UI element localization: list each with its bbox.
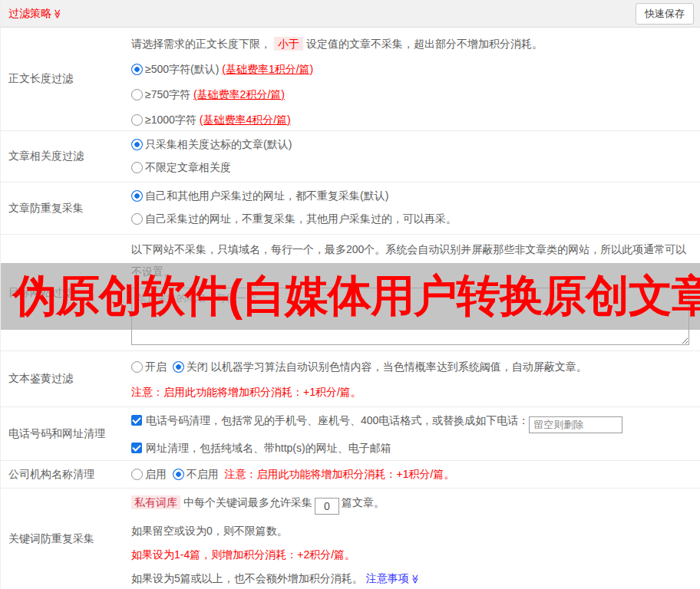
radio-icon[interactable] (131, 89, 143, 100)
phone-cleanup-option[interactable]: 电话号码清理，包括常见的手机号、座机号、400电话格式，或替换成如下电话： (131, 413, 692, 433)
notes-link[interactable]: 注意事项 (366, 572, 409, 584)
url-cleanup-option[interactable]: 网址清理，包括纯域名、带http(s)的网址、电子邮箱 (131, 440, 692, 456)
length-intro: 请选择需求的正文长度下限，小于设定值的文章不采集，超出部分不增加积分消耗。 (131, 36, 692, 51)
porn-option-on[interactable]: 开启 (131, 360, 167, 373)
section-label: 电话号码和网址清理 (1, 407, 131, 460)
length-option-1000-label: ≥1000字符 (145, 114, 196, 126)
radio-icon[interactable] (131, 213, 143, 225)
length-option-500[interactable]: ≥500字符(默认) (基础费率1积分/篇) (131, 61, 692, 77)
private-lexicon-badge: 私有词库 (131, 495, 180, 509)
dedupe-option-global[interactable]: 自己和其他用户采集过的网址，都不重复采集(默认) (131, 188, 692, 203)
radio-icon[interactable] (173, 361, 184, 373)
section-phone-url-cleanup: 电话号码和网址清理 电话号码清理，包括常见的手机号、座机号、400电话格式，或替… (1, 407, 700, 461)
top-bar: 过滤策略 ≫ 快速保存 (1, 0, 700, 28)
porn-option-off[interactable]: 关闭 (173, 360, 208, 373)
keyword-limit-text: 中每个关键词最多允许采集 (183, 496, 312, 508)
blocked-domains-textarea[interactable] (131, 288, 689, 345)
keyword-limit-suffix: 篇文章。 (342, 496, 385, 508)
length-intro-highlight: 小于 (274, 37, 303, 51)
section-label: 文章防重复采集 (1, 183, 131, 234)
keyword-limit-line: 私有词库中每个关键词最多允许采集篇文章。 (131, 495, 692, 515)
keyword-note-five-text: 如果设为5篇或以上，也不会额外增加积分消耗。 (131, 572, 363, 584)
company-option-on-label: 启用 (145, 468, 167, 480)
keyword-note-cost: 如果设为1-4篇，则增加积分消耗：+2积分/篇。 (131, 547, 692, 562)
relevance-option-any-label: 不限定文章相关度 (145, 161, 231, 173)
section-content: 开启 关闭 以机器学习算法自动识别色情内容，当色情概率达到系统阈值，自动屏蔽文章… (131, 351, 700, 406)
keyword-note-five: 如果设为5篇或以上，也不会额外增加积分消耗。 注意事项≫ (131, 571, 692, 587)
section-label: 目标网站过滤 (1, 235, 131, 350)
relevance-option-strict[interactable]: 只采集相关度达标的文章(默认) (131, 137, 692, 152)
page-title[interactable]: 过滤策略 (8, 7, 51, 21)
company-option-off-label: 不启用 (187, 468, 219, 480)
company-option-on[interactable]: 启用 (131, 468, 167, 482)
length-option-1000-fee: (基础费率4积分/篇) (200, 114, 291, 126)
section-label: 文章相关度过滤 (1, 131, 131, 182)
checkbox-icon[interactable] (131, 415, 142, 426)
radio-icon[interactable] (131, 190, 143, 202)
length-option-750[interactable]: ≥750字符 (基础费率2积分/篇) (131, 87, 692, 102)
dedupe-option-self-label: 自己采集过的网址，不重复采集，其他用户采集过的，可以再采。 (145, 212, 457, 225)
radio-icon[interactable] (131, 162, 143, 173)
collapse-chevron-icon[interactable]: ≫ (52, 8, 63, 18)
section-content: 请选择需求的正文长度下限，小于设定值的文章不采集，超出部分不增加积分消耗。 ≥5… (131, 28, 700, 130)
porn-option-off-label: 关闭 (187, 360, 208, 373)
dedupe-option-self[interactable]: 自己采集过的网址，不重复采集，其他用户采集过的，可以再采。 (131, 211, 692, 226)
section-content: 私有词库中每个关键词最多允许采集篇文章。 如果留空或设为0，则不限篇数。 如果设… (131, 489, 700, 589)
filter-strategy-page: 过滤策略 ≫ 快速保存 正文长度过滤 请选择需求的正文长度下限，小于设定值的文章… (0, 0, 700, 589)
section-label: 关键词防重复采集 (1, 489, 131, 589)
keyword-note-zero: 如果留空或设为0，则不限篇数。 (131, 523, 692, 538)
porn-filter-options: 开启 关闭 以机器学习算法自动识别色情内容，当色情概率达到系统阈值，自动屏蔽文章… (131, 359, 692, 374)
url-cleanup-label: 网址清理，包括纯域名、带http(s)的网址、电子邮箱 (146, 442, 391, 454)
porn-filter-desc: 以机器学习算法自动识别色情内容，当色情概率达到系统阈值，自动屏蔽文章。 (211, 360, 587, 373)
radio-icon[interactable] (131, 64, 143, 75)
porn-filter-note: 注意：启用此功能将增加积分消耗：+1积分/篇。 (131, 384, 692, 400)
section-label: 正文长度过滤 (1, 28, 131, 130)
length-option-1000[interactable]: ≥1000字符 (基础费率4积分/篇) (131, 112, 692, 127)
radio-icon[interactable] (131, 469, 143, 480)
length-option-500-fee: (基础费率1积分/篇) (222, 63, 313, 75)
section-keyword-dedupe: 关键词防重复采集 私有词库中每个关键词最多允许采集篇文章。 如果留空或设为0，则… (1, 489, 700, 589)
company-option-off[interactable]: 不启用 (173, 468, 219, 482)
porn-option-on-label: 开启 (145, 360, 167, 373)
section-company-cleanup: 公司机构名称清理 启用 不启用 注意：启用此功能将增加积分消耗：+1积分/篇。 (1, 461, 700, 489)
section-content: 启用 不启用 注意：启用此功能将增加积分消耗：+1积分/篇。 (131, 461, 700, 488)
section-content-length-filter: 正文长度过滤 请选择需求的正文长度下限，小于设定值的文章不采集，超出部分不增加积… (1, 28, 700, 131)
notes-chevron-icon[interactable]: ≫ (408, 574, 423, 584)
section-label: 文本鉴黄过滤 (1, 351, 131, 406)
section-dedupe-collection: 文章防重复采集 自己和其他用户采集过的网址，都不重复采集(默认) 自己采集过的网… (1, 183, 700, 235)
checkbox-icon[interactable] (131, 443, 142, 453)
section-relevance-filter: 文章相关度过滤 只采集相关度达标的文章(默认) 不限定文章相关度 (1, 131, 700, 183)
section-content: 以下网站不采集，只填域名，每行一个，最多200个。系统会自动识别并屏蔽那些非文章… (131, 235, 700, 350)
dedupe-option-global-label: 自己和其他用户采集过的网址，都不重复采集(默认) (145, 189, 388, 202)
section-content: 自己和其他用户采集过的网址，都不重复采集(默认) 自己采集过的网址，不重复采集，… (131, 183, 700, 234)
replacement-phone-input[interactable] (529, 416, 622, 433)
section-content: 只采集相关度达标的文章(默认) 不限定文章相关度 (131, 131, 700, 182)
length-intro-pre: 请选择需求的正文长度下限， (131, 38, 271, 50)
site-filter-intro: 以下网站不采集，只填域名，每行一个，最多200个。系统会自动识别并屏蔽那些非文章… (131, 235, 692, 283)
company-cleanup-note: 注意：启用此功能将增加积分消耗：+1积分/篇。 (225, 468, 455, 482)
section-label: 公司机构名称清理 (1, 461, 131, 488)
relevance-option-any[interactable]: 不限定文章相关度 (131, 160, 692, 175)
section-content: 电话号码清理，包括常见的手机号、座机号、400电话格式，或替换成如下电话： 网址… (131, 407, 700, 460)
radio-icon[interactable] (131, 139, 143, 150)
keyword-count-input[interactable] (315, 498, 339, 515)
relevance-option-strict-label: 只采集相关度达标的文章(默认) (145, 138, 292, 150)
quick-save-button[interactable]: 快速保存 (636, 3, 694, 25)
radio-icon[interactable] (173, 469, 184, 480)
length-option-750-fee: (基础费率2积分/篇) (193, 88, 285, 100)
length-option-750-label: ≥750字符 (145, 88, 190, 100)
radio-icon[interactable] (131, 361, 143, 373)
section-target-site-filter: 目标网站过滤 以下网站不采集，只填域名，每行一个，最多200个。系统会自动识别并… (1, 235, 700, 351)
length-option-500-label: ≥500字符(默认) (145, 63, 219, 75)
phone-cleanup-label: 电话号码清理，包括常见的手机号、座机号、400电话格式，或替换成如下电话： (146, 414, 529, 426)
section-porn-filter: 文本鉴黄过滤 开启 关闭 以机器学习算法自动识别色情内容，当色情概率达到系统阈值… (1, 351, 700, 407)
length-intro-post: 设定值的文章不采集，超出部分不增加积分消耗。 (306, 38, 543, 50)
radio-icon[interactable] (131, 114, 143, 126)
